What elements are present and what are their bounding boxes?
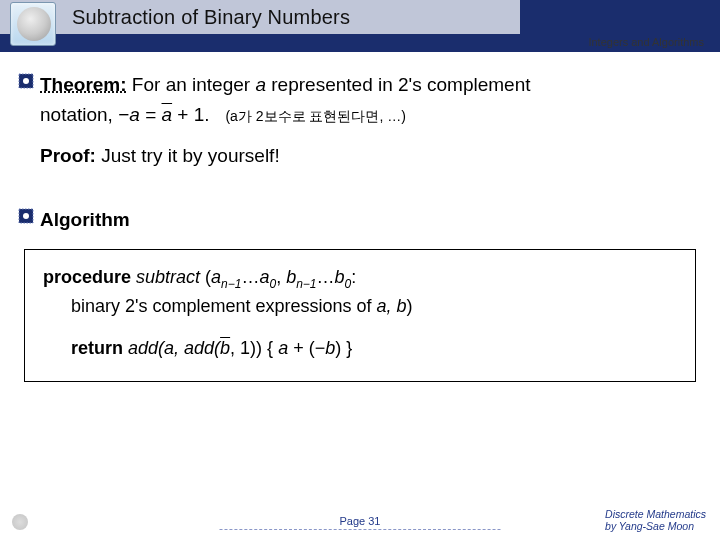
proof-line: Proof: Just try it by yourself! (40, 145, 702, 167)
slide-title: Subtraction of Binary Numbers (72, 6, 350, 29)
algorithm-label: Algorithm (40, 205, 130, 235)
arg-a: a (211, 267, 221, 287)
proc-desc: binary 2's complement expressions of a, … (43, 293, 677, 321)
ell1: … (241, 267, 259, 287)
proc-name: subtract (131, 267, 205, 287)
return-kw: return (71, 338, 123, 358)
svg-point-3 (23, 213, 29, 219)
ret1: add( (123, 338, 164, 358)
ret4: + (− (288, 338, 325, 358)
theorem-text: Theorem: For an integer a represented in… (40, 70, 531, 131)
a-sub-n1: n−1 (221, 277, 241, 291)
b-sub-n1: n−1 (296, 277, 316, 291)
theorem-abar: a (162, 104, 173, 125)
bullet-icon (18, 73, 34, 89)
proof-text: Just try it by yourself! (96, 145, 280, 166)
svg-point-1 (23, 78, 29, 84)
algorithm-box: procedure subtract (an−1…a0, bn−1…b0: bi… (24, 249, 696, 382)
ell2: … (317, 267, 335, 287)
theorem-note: (a가 2보수로 표현된다면, …) (225, 108, 405, 124)
slide-footer: Page 31 Discrete Mathematics by Yang-Sae… (0, 508, 720, 534)
return-line: return add(a, add(b, 1)) { a + (−b) } (43, 335, 677, 363)
comma1: , (276, 267, 286, 287)
ret-a2: a (278, 338, 288, 358)
ret2: , add( (174, 338, 220, 358)
theorem-t2: represented in 2's complement (266, 74, 531, 95)
theorem-l2end: + 1. (172, 104, 210, 125)
page-number: Page 31 (220, 515, 501, 530)
theorem-label: Theorem: (40, 74, 127, 95)
theorem-a1: a (255, 74, 266, 95)
algorithm-section: Algorithm procedure subtract (an−1…a0, b… (18, 205, 702, 382)
header-icon (10, 2, 56, 46)
desc-close: ) (407, 296, 413, 316)
credit-line-1: Discrete Mathematics (605, 508, 706, 520)
theorem-t1: For an integer (132, 74, 256, 95)
theorem-l2eq: = (140, 104, 162, 125)
arg-a0: a (259, 267, 269, 287)
ret-a: a (164, 338, 174, 358)
theorem-l2pre: notation, − (40, 104, 129, 125)
theorem-bullet: Theorem: For an integer a represented in… (18, 70, 702, 131)
colon: : (351, 267, 356, 287)
arg-b0: b (335, 267, 345, 287)
procedure-kw: procedure (43, 267, 131, 287)
ret-bbar: b (220, 338, 230, 358)
algorithm-bullet: Algorithm (18, 205, 702, 235)
theorem-a2: a (129, 104, 140, 125)
ret5: ) } (335, 338, 352, 358)
title-bar-light: Subtraction of Binary Numbers (0, 0, 520, 34)
ret-b2: b (325, 338, 335, 358)
proc-line: procedure subtract (an−1…a0, bn−1…b0: (43, 264, 677, 293)
slide-content: Theorem: For an integer a represented in… (18, 70, 702, 382)
credit-line-2: by Yang-Sae Moon (605, 520, 706, 532)
ret3: , 1)) { (230, 338, 278, 358)
desc-text: binary 2's complement expressions of (71, 296, 377, 316)
footer-credits: Discrete Mathematics by Yang-Sae Moon (605, 508, 706, 532)
footer-logo (12, 514, 42, 530)
desc-vars: a, b (377, 296, 407, 316)
slide-header: Subtraction of Binary Numbers Integers a… (0, 0, 720, 44)
arg-b: b (286, 267, 296, 287)
section-label: Integers and Algorithms (588, 36, 704, 48)
bullet-icon (18, 208, 34, 224)
proof-label: Proof: (40, 145, 96, 166)
person-icon (17, 7, 51, 41)
